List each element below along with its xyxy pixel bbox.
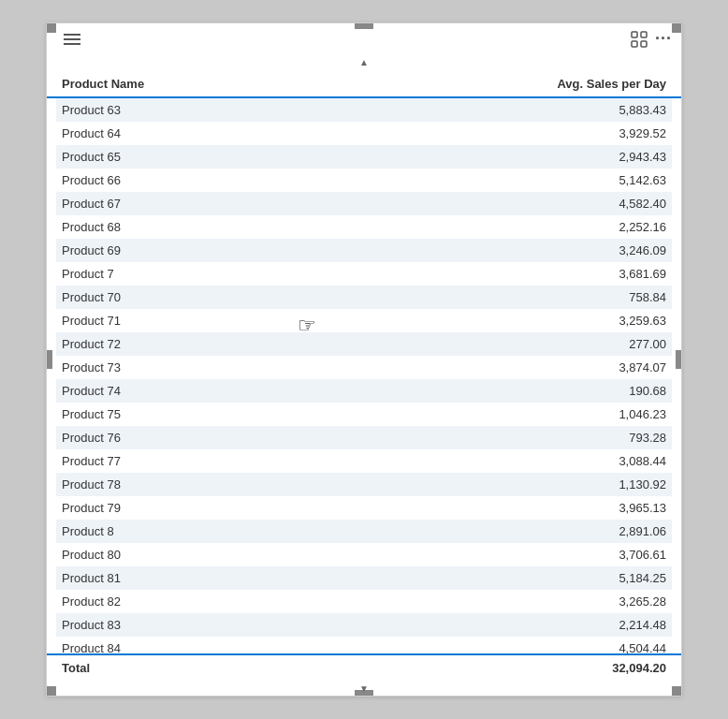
focus-mode-icon[interactable] [631, 31, 648, 48]
product-name-cell: Product 68 [62, 215, 249, 239]
avg-sales-cell: 3,259.63 [249, 309, 666, 332]
hamburger-icon[interactable] [64, 34, 80, 45]
table-row[interactable]: Product 72277.00 [56, 332, 672, 356]
table-row[interactable]: Product 773,088.44 [56, 449, 672, 473]
total-value: 32,094.20 [249, 661, 666, 675]
product-name-cell: Product 64 [62, 122, 249, 145]
avg-sales-cell: 2,943.43 [249, 145, 666, 169]
table-row[interactable]: Product 652,943.43 [56, 145, 672, 169]
table-row[interactable]: Product 76793.28 [56, 426, 672, 449]
product-name-cell: Product 82 [62, 590, 249, 613]
table-row[interactable]: Product 823,265.28 [56, 590, 672, 613]
table-footer: Total 32,094.20 [47, 653, 681, 681]
table-row[interactable]: Product 74190.68 [56, 379, 672, 403]
table-body[interactable]: Product 635,883.43Product 643,929.52Prod… [47, 98, 681, 653]
product-name-cell: Product 8 [62, 520, 249, 543]
table-row[interactable]: Product 793,965.13 [56, 496, 672, 520]
table-row[interactable]: Product 713,259.63 [56, 309, 672, 332]
table-row[interactable]: Product 781,130.92 [56, 473, 672, 496]
table-row[interactable]: Product 803,706.61 [56, 543, 672, 566]
avg-sales-cell: 3,706.61 [249, 543, 666, 566]
table-row[interactable]: Product 844,504.44 [56, 637, 672, 653]
product-name-cell: Product 66 [62, 169, 249, 192]
table-container: ▲ Product Name Avg. Sales per Day Produc… [47, 54, 681, 696]
table-row[interactable]: Product 733,874.07 [56, 356, 672, 379]
scroll-up-arrow[interactable]: ▲ [47, 54, 681, 69]
avg-sales-cell: 3,874.07 [249, 356, 666, 379]
product-name-cell: Product 78 [62, 473, 249, 496]
table-row[interactable]: Product 82,891.06 [56, 520, 672, 543]
product-name-cell: Product 79 [62, 496, 249, 520]
avg-sales-cell: 2,214.48 [249, 613, 666, 637]
svg-rect-2 [632, 41, 637, 47]
product-name-cell: Product 84 [62, 637, 249, 653]
svg-rect-0 [632, 32, 637, 37]
avg-sales-cell: 2,252.16 [249, 215, 666, 239]
avg-sales-cell: 277.00 [249, 332, 666, 356]
product-name-cell: Product 69 [62, 239, 249, 262]
product-name-cell: Product 73 [62, 356, 249, 379]
product-name-cell: Product 7 [62, 262, 249, 286]
table-row[interactable]: Product 643,929.52 [56, 122, 672, 145]
svg-rect-3 [641, 41, 647, 47]
total-label: Total [62, 661, 249, 675]
avg-sales-cell: 3,265.28 [249, 590, 666, 613]
avg-sales-cell: 3,088.44 [249, 449, 666, 473]
widget-container: ··· ▲ Product Name Avg. Sales per Day Pr… [46, 22, 682, 697]
svg-rect-1 [641, 32, 647, 37]
product-name-cell: Product 63 [62, 98, 249, 122]
table-row[interactable]: Product 665,142.63 [56, 169, 672, 192]
product-name-cell: Product 81 [62, 566, 249, 590]
resize-handle-tl[interactable] [47, 23, 56, 33]
table-row[interactable]: Product 70758.84 [56, 286, 672, 309]
table-row[interactable]: Product 832,214.48 [56, 613, 672, 637]
product-name-cell: Product 65 [62, 145, 249, 169]
table-row[interactable]: Product 73,681.69 [56, 262, 672, 286]
product-name-cell: Product 76 [62, 426, 249, 449]
product-name-cell: Product 75 [62, 403, 249, 426]
product-name-cell: Product 67 [62, 192, 249, 215]
avg-sales-cell: 1,046.23 [249, 403, 666, 426]
column-header-avg-sales: Avg. Sales per Day [243, 69, 672, 96]
product-name-cell: Product 77 [62, 449, 249, 473]
resize-handle-tr[interactable] [672, 23, 681, 33]
avg-sales-cell: 758.84 [249, 286, 666, 309]
product-name-cell: Product 80 [62, 543, 249, 566]
avg-sales-cell: 793.28 [249, 426, 666, 449]
product-name-cell: Product 74 [62, 379, 249, 403]
product-name-cell: Product 83 [62, 613, 249, 637]
table-row[interactable]: Product 674,582.40 [56, 192, 672, 215]
scroll-down-arrow[interactable]: ▼ [47, 681, 681, 696]
column-header-product-name: Product Name [56, 69, 243, 96]
table-row[interactable]: Product 635,883.43 [56, 98, 672, 122]
more-options-icon[interactable]: ··· [655, 29, 672, 49]
table-row[interactable]: Product 815,184.25 [56, 566, 672, 590]
avg-sales-cell: 5,184.25 [249, 566, 666, 590]
product-name-cell: Product 70 [62, 286, 249, 309]
table-header: Product Name Avg. Sales per Day [47, 69, 681, 98]
product-name-cell: Product 71 [62, 309, 249, 332]
avg-sales-cell: 3,929.52 [249, 122, 666, 145]
avg-sales-cell: 1,130.92 [249, 473, 666, 496]
table-row[interactable]: Product 682,252.16 [56, 215, 672, 239]
avg-sales-cell: 5,142.63 [249, 169, 666, 192]
avg-sales-cell: 4,582.40 [249, 192, 666, 215]
avg-sales-cell: 5,883.43 [249, 98, 666, 122]
avg-sales-cell: 3,965.13 [249, 496, 666, 520]
table-row[interactable]: Product 751,046.23 [56, 403, 672, 426]
table-row[interactable]: Product 693,246.09 [56, 239, 672, 262]
avg-sales-cell: 3,681.69 [249, 262, 666, 286]
avg-sales-cell: 2,891.06 [249, 520, 666, 543]
resize-handle-top[interactable] [355, 23, 373, 29]
avg-sales-cell: 190.68 [249, 379, 666, 403]
avg-sales-cell: 4,504.44 [249, 637, 666, 653]
avg-sales-cell: 3,246.09 [249, 239, 666, 262]
product-name-cell: Product 72 [62, 332, 249, 356]
